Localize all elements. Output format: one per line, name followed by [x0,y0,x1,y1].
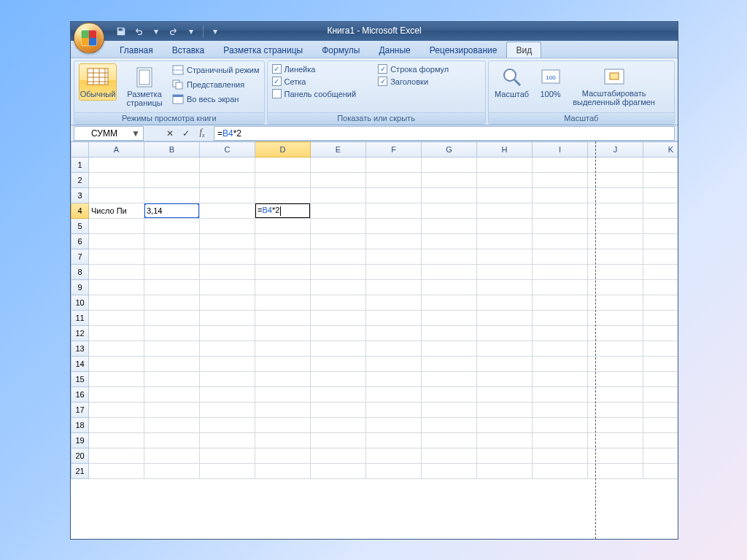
cell-C15[interactable] [200,372,255,387]
cell-G8[interactable] [422,265,477,280]
cell-K18[interactable] [643,418,678,433]
cell-I18[interactable] [533,418,588,433]
row-header-12[interactable]: 12 [71,326,89,341]
cell-I7[interactable] [533,249,588,265]
cell-C5[interactable] [200,219,255,234]
cell-K20[interactable] [643,448,678,464]
cell-I17[interactable] [533,402,588,418]
col-header-A[interactable]: A [89,142,144,158]
cell-F11[interactable] [366,311,422,326]
cell-C1[interactable] [200,158,255,173]
cell-I19[interactable] [533,433,588,448]
row-header-8[interactable]: 8 [71,265,89,280]
tab-insert[interactable]: Вставка [163,42,214,58]
row-header-15[interactable]: 15 [71,372,89,387]
row-header-4[interactable]: 4 [71,203,89,219]
cell-D18[interactable] [255,418,311,433]
cell-D8[interactable] [255,265,311,280]
cell-D19[interactable] [255,433,311,448]
row-header-18[interactable]: 18 [71,418,89,433]
cell-K16[interactable] [643,387,678,402]
cell-K21[interactable] [643,464,678,479]
tab-home[interactable]: Главная [110,42,163,58]
cell-K4[interactable] [643,203,678,219]
cell-I5[interactable] [533,219,588,234]
cell-H9[interactable] [477,280,533,295]
cell-E21[interactable] [311,464,366,479]
cell-C13[interactable] [200,341,255,357]
cell-I14[interactable] [533,357,588,372]
cell-G2[interactable] [422,173,477,188]
chk-ruler[interactable]: ✓Линейка [272,63,357,74]
cell-I16[interactable] [533,387,588,402]
cell-A10[interactable] [89,295,144,311]
cell-F13[interactable] [366,341,422,357]
cell-D14[interactable] [255,357,311,372]
cell-C9[interactable] [200,280,255,295]
cell-F8[interactable] [366,265,422,280]
cell-C19[interactable] [200,433,255,448]
cell-I15[interactable] [533,372,588,387]
cell-F2[interactable] [366,173,422,188]
col-header-G[interactable]: G [422,142,477,158]
cell-C16[interactable] [200,387,255,402]
row-header-17[interactable]: 17 [71,402,89,418]
cell-E11[interactable] [311,311,366,326]
cell-B16[interactable] [144,387,200,402]
cell-K9[interactable] [643,280,678,295]
cell-E5[interactable] [311,219,366,234]
cell-F12[interactable] [366,326,422,341]
cell-A17[interactable] [89,402,144,418]
cell-E7[interactable] [311,249,366,265]
cell-H1[interactable] [477,158,533,173]
cell-I3[interactable] [533,188,588,203]
cell-B4[interactable]: 3,14 [144,203,200,219]
cell-E1[interactable] [311,158,366,173]
cell-E15[interactable] [311,372,366,387]
cell-E10[interactable] [311,295,366,311]
cell-E19[interactable] [311,433,366,448]
cell-F20[interactable] [366,448,422,464]
cell-D21[interactable] [255,464,311,479]
cell-C7[interactable] [200,249,255,265]
cell-I11[interactable] [533,311,588,326]
cell-K5[interactable] [643,219,678,234]
cell-D20[interactable] [255,448,311,464]
cell-F16[interactable] [366,387,422,402]
cell-K3[interactable] [643,188,678,203]
cell-C17[interactable] [200,402,255,418]
cell-A18[interactable] [89,418,144,433]
cell-H6[interactable] [477,234,533,249]
cell-F17[interactable] [366,402,422,418]
cell-I21[interactable] [533,464,588,479]
row-header-5[interactable]: 5 [71,219,89,234]
cell-A19[interactable] [89,433,144,448]
cell-A7[interactable] [89,249,144,265]
cell-I6[interactable] [533,234,588,249]
cell-I4[interactable] [533,203,588,219]
cell-A20[interactable] [89,448,144,464]
cell-H14[interactable] [477,357,533,372]
cell-B8[interactable] [144,265,200,280]
cell-E9[interactable] [311,280,366,295]
cell-I10[interactable] [533,295,588,311]
col-header-C[interactable]: C [200,142,255,158]
cell-H8[interactable] [477,265,533,280]
qat-save-button[interactable] [113,24,129,39]
cell-A16[interactable] [89,387,144,402]
cell-F5[interactable] [366,219,422,234]
cell-I8[interactable] [533,265,588,280]
chk-headings[interactable]: ✓Заголовки [378,76,449,87]
cell-K17[interactable] [643,402,678,418]
cell-E2[interactable] [311,173,366,188]
cell-G18[interactable] [422,418,477,433]
cell-B7[interactable] [144,249,200,265]
view-pagelayout-button[interactable]: Разметка страницы [121,63,168,109]
cell-E8[interactable] [311,265,366,280]
cell-H15[interactable] [477,372,533,387]
view-normal-button[interactable]: Обычный [79,63,117,101]
cell-A12[interactable] [89,326,144,341]
col-header-H[interactable]: H [477,142,533,158]
cell-A8[interactable] [89,265,144,280]
cell-E6[interactable] [311,234,366,249]
